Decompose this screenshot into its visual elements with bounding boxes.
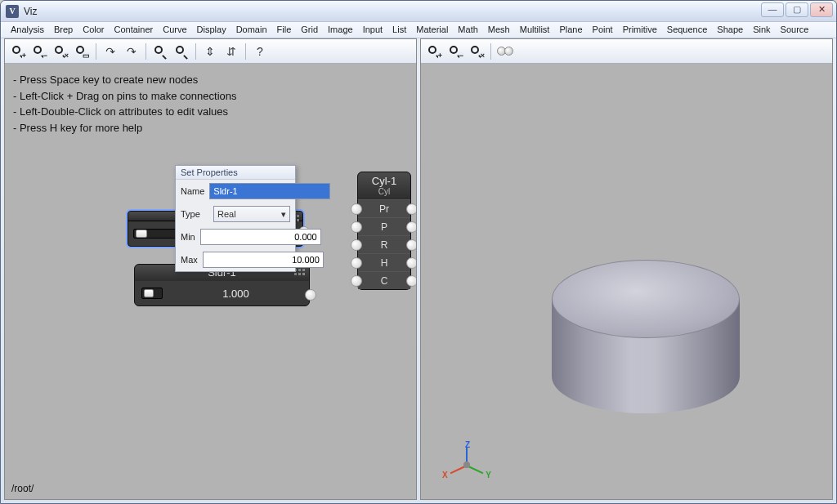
max-input[interactable] [203, 252, 324, 268]
help-line: - Press H key for more help [13, 120, 237, 136]
zoom-reset-button[interactable]: × [467, 42, 486, 61]
menu-analysis[interactable]: Analysis [6, 23, 49, 36]
slider-track[interactable] [141, 288, 163, 299]
node-subtitle-text: Cyl [358, 187, 410, 196]
menu-brep[interactable]: Brep [49, 23, 78, 36]
max-label: Max [181, 255, 198, 265]
menu-container[interactable]: Container [110, 23, 159, 36]
shading-button[interactable] [495, 42, 515, 61]
menu-mesh[interactable]: Mesh [483, 23, 515, 36]
menu-source[interactable]: Source [776, 23, 814, 36]
menu-grid[interactable]: Grid [296, 23, 323, 36]
node-editor-toolbar: + − × ▭ ↶ ↷ ⇕ ⇵ ? [5, 39, 416, 64]
set-properties-popup: Set Properties Name Type Real ▾ Min [175, 165, 296, 272]
cyl-input-h[interactable]: H [358, 253, 410, 271]
popup-caption: Set Properties [176, 166, 295, 180]
menu-point[interactable]: Point [588, 23, 618, 36]
close-button[interactable]: ✕ [810, 2, 833, 17]
3d-viewport[interactable]: Z Y X [421, 64, 832, 499]
help-line: - Press Space key to create new nodes [13, 72, 237, 88]
node-editor-panel[interactable]: + − × ▭ ↶ ↷ ⇕ ⇵ ? - Press Space key to c… [4, 38, 417, 500]
type-select[interactable]: Real ▾ [213, 206, 290, 222]
app-icon: V [6, 5, 19, 18]
expand-icon: ⇕ [205, 45, 215, 58]
expand-all-button[interactable]: ⇕ [200, 42, 220, 61]
viewport-panel[interactable]: + − × Z Y X [420, 38, 833, 500]
zoom-out-button[interactable]: − [29, 42, 49, 61]
menu-display[interactable]: Display [192, 23, 231, 36]
menu-list[interactable]: List [387, 23, 411, 36]
zoom-region-button[interactable] [172, 42, 191, 61]
menubar: AnalysisBrepColorContainerCurveDisplayDo… [1, 22, 836, 38]
menu-material[interactable]: Material [411, 23, 453, 36]
undo-button[interactable]: ↶ [101, 42, 120, 61]
slider-thumb[interactable] [144, 289, 154, 297]
zoom-tool-button[interactable] [150, 42, 170, 61]
zoom-reset-button[interactable]: × [51, 42, 70, 61]
cylinder-geometry[interactable] [552, 260, 740, 423]
viewport-toolbar: + − × [421, 39, 832, 64]
input-pin[interactable] [351, 275, 362, 287]
cyl-input-pr[interactable]: Pr [358, 199, 410, 217]
name-input[interactable] [209, 183, 330, 199]
menu-file[interactable]: File [272, 23, 297, 36]
zoom-in-button[interactable]: + [424, 42, 444, 61]
slider-thumb[interactable] [136, 230, 147, 238]
name-label: Name [181, 186, 204, 196]
minimize-button[interactable]: — [761, 2, 784, 17]
chevron-down-icon: ▾ [281, 209, 286, 220]
menu-curve[interactable]: Curve [158, 23, 191, 36]
zoom-in-button[interactable]: + [8, 42, 28, 61]
output-pin[interactable] [406, 257, 417, 269]
output-pin[interactable] [406, 203, 417, 215]
input-pin[interactable] [351, 221, 362, 233]
output-pin[interactable] [305, 289, 316, 301]
input-pin[interactable] [351, 239, 362, 251]
output-pin[interactable] [406, 239, 417, 251]
status-path: /root/ [11, 483, 34, 494]
redo-button[interactable]: ↷ [122, 42, 141, 61]
collapse-icon: ⇵ [226, 45, 236, 58]
menu-color[interactable]: Color [78, 23, 109, 36]
type-value: Real [217, 209, 236, 219]
menu-image[interactable]: Image [323, 23, 358, 36]
titlebar: V Viz — ▢ ✕ [1, 1, 836, 22]
collapse-all-button[interactable]: ⇵ [222, 42, 241, 61]
cylinder-node[interactable]: Cyl-1 Cyl PrPRHC [357, 172, 411, 290]
menu-plane[interactable]: Plane [554, 23, 587, 36]
zoom-out-button[interactable]: − [445, 42, 465, 61]
help-line: - Left-Double-Click on attributes to edi… [13, 104, 237, 120]
menu-math[interactable]: Math [453, 23, 482, 36]
cyl-input-p[interactable]: P [358, 217, 410, 235]
maximize-button[interactable]: ▢ [786, 2, 808, 17]
input-pin[interactable] [351, 257, 362, 269]
menu-input[interactable]: Input [358, 23, 387, 36]
axis-y-label: Y [486, 471, 491, 479]
redo-icon: ↷ [127, 45, 137, 58]
min-label: Min [181, 232, 195, 242]
zoom-selection-button[interactable]: ▭ [72, 42, 92, 61]
slider-value[interactable]: 1.000 [169, 288, 302, 300]
menu-primitive[interactable]: Primitive [618, 23, 662, 36]
input-pin[interactable] [351, 203, 362, 215]
node-title-text: Cyl-1 [358, 175, 410, 187]
min-input[interactable] [200, 229, 321, 245]
help-button[interactable]: ? [250, 42, 270, 61]
menu-sink[interactable]: Sink [748, 23, 775, 36]
output-pin[interactable] [406, 221, 417, 233]
menu-domain[interactable]: Domain [231, 23, 272, 36]
axis-z-label: Z [465, 440, 470, 449]
axis-triad: Z Y X [447, 445, 486, 484]
cyl-input-r[interactable]: R [358, 235, 410, 253]
menu-shape[interactable]: Shape [712, 23, 748, 36]
menu-multilist[interactable]: Multilist [515, 23, 555, 36]
output-pin[interactable] [406, 275, 417, 287]
menu-sequence[interactable]: Sequence [662, 23, 713, 36]
window-title: Viz [24, 6, 37, 17]
cyl-input-c[interactable]: C [358, 271, 410, 289]
type-label: Type [181, 209, 208, 219]
axis-x-label: X [442, 471, 448, 479]
help-text: - Press Space key to create new nodes - … [13, 72, 237, 136]
help-line: - Left-Click + Drag on pins to make conn… [13, 88, 237, 105]
help-icon: ? [257, 45, 263, 58]
